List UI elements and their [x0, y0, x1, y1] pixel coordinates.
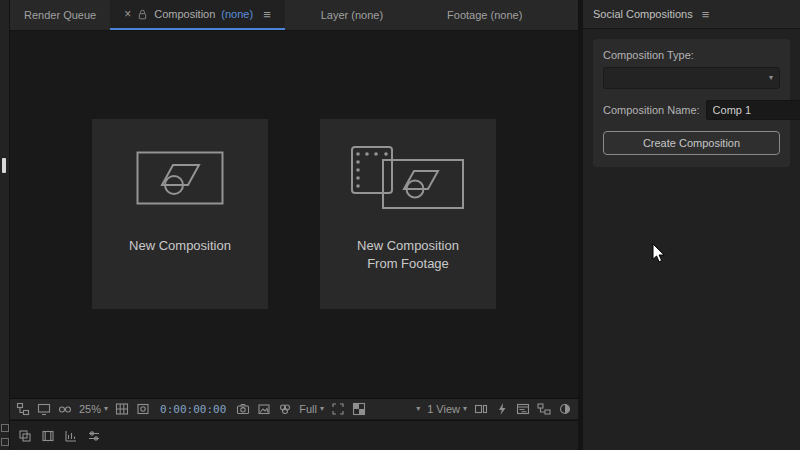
current-time[interactable]: 0:00:00:00 [160, 403, 226, 416]
panel-menu-icon[interactable]: ≡ [263, 7, 271, 22]
region-of-interest-icon[interactable] [331, 402, 345, 416]
chevron-down-icon: ▾ [769, 74, 773, 82]
lower-panel-strip [10, 420, 578, 450]
comp-flowchart-icon[interactable] [537, 402, 551, 416]
mask-visibility-icon[interactable] [136, 402, 150, 416]
snapshot-camera-icon[interactable] [236, 402, 250, 416]
panel-grabber[interactable] [2, 158, 6, 173]
tab-footage[interactable]: Footage (none) [433, 0, 536, 30]
tab-label: Composition [154, 8, 215, 20]
tab-composition[interactable]: × Composition (none) ≡ [110, 0, 285, 30]
channel-settings-icon[interactable] [278, 402, 292, 416]
composition-empty-state: New Composition [10, 31, 578, 398]
viewer-statusbar: 25% ▾ 0:00:00:00 Full ▾ [10, 398, 578, 419]
show-last-snapshot-icon[interactable] [257, 402, 271, 416]
card-label: New Composition From Footage [357, 237, 459, 273]
after-effects-window: Render Queue × Composition (none) ≡ Laye… [0, 0, 800, 450]
mini-panel-icon[interactable] [1, 424, 9, 432]
tab-layer[interactable]: Layer (none) [307, 0, 397, 30]
composition-type-dropdown[interactable]: ▾ [603, 67, 780, 89]
panel-header: Social Compositions ≡ [583, 0, 800, 29]
composition-name-input[interactable] [706, 100, 800, 120]
resolution-value: Full [299, 403, 317, 415]
tab-label: Layer (none) [321, 9, 383, 21]
lock-icon [137, 8, 148, 21]
composition-viewer-panel: Render Queue × Composition (none) ≡ Laye… [10, 0, 578, 450]
composition-type-label: Composition Type: [603, 49, 780, 61]
card-label: New Composition [129, 237, 231, 255]
chevron-down-icon: ▾ [463, 405, 467, 413]
exposure-icon[interactable] [558, 402, 572, 416]
overlapping-squares-icon[interactable] [18, 429, 32, 443]
chevron-down-icon: ▾ [416, 405, 420, 413]
close-icon[interactable]: × [124, 7, 131, 21]
transparency-grid-icon[interactable] [352, 402, 366, 416]
new-composition-card[interactable]: New Composition [92, 119, 268, 309]
left-strip-bottom-icons [1, 424, 9, 446]
timeline-icon[interactable] [516, 402, 530, 416]
composition-from-footage-icon [350, 119, 466, 237]
create-composition-button[interactable]: Create Composition [603, 131, 780, 155]
3d-view-popup[interactable]: ▾ [416, 405, 420, 413]
pixel-aspect-correction-icon[interactable] [474, 402, 488, 416]
tab-render-queue[interactable]: Render Queue [10, 0, 110, 30]
chevron-down-icon: ▾ [320, 405, 324, 413]
view-layout-popup[interactable]: 1 View ▾ [427, 403, 467, 415]
fast-previews-icon[interactable] [495, 402, 509, 416]
chevron-down-icon: ▾ [104, 405, 108, 413]
composition-icon [136, 119, 224, 237]
magnification-popup[interactable]: 25% ▾ [79, 403, 108, 415]
composition-form: Composition Type: ▾ Composition Name: Cr… [593, 39, 790, 167]
mini-flowchart-icon[interactable] [16, 402, 30, 416]
resolution-popup[interactable]: Full ▾ [299, 403, 324, 415]
composition-name-label: Composition Name: [603, 104, 700, 116]
chart-icon[interactable] [64, 429, 78, 443]
viewer-tabbar: Render Queue × Composition (none) ≡ Laye… [10, 0, 578, 31]
tab-label: Render Queue [24, 9, 96, 21]
mini-panel-icon[interactable] [1, 438, 9, 446]
left-panel-edge [0, 0, 10, 450]
panel-menu-icon[interactable]: ≡ [702, 7, 710, 22]
channels-glasses-icon[interactable] [58, 402, 72, 416]
tab-state: (none) [221, 8, 253, 20]
tab-label: Footage (none) [447, 9, 522, 21]
new-composition-from-footage-card[interactable]: New Composition From Footage [320, 119, 496, 309]
view-layout-value: 1 View [427, 403, 460, 415]
panel-title: Social Compositions [593, 8, 693, 20]
monitor-icon[interactable] [37, 402, 51, 416]
film-frame-icon[interactable] [41, 429, 55, 443]
composition-name-row: Composition Name: [603, 100, 780, 120]
social-compositions-panel: Social Compositions ≡ Composition Type: … [583, 0, 800, 450]
grid-guides-icon[interactable] [115, 402, 129, 416]
sliders-icon[interactable] [87, 429, 101, 443]
zoom-value: 25% [79, 403, 101, 415]
